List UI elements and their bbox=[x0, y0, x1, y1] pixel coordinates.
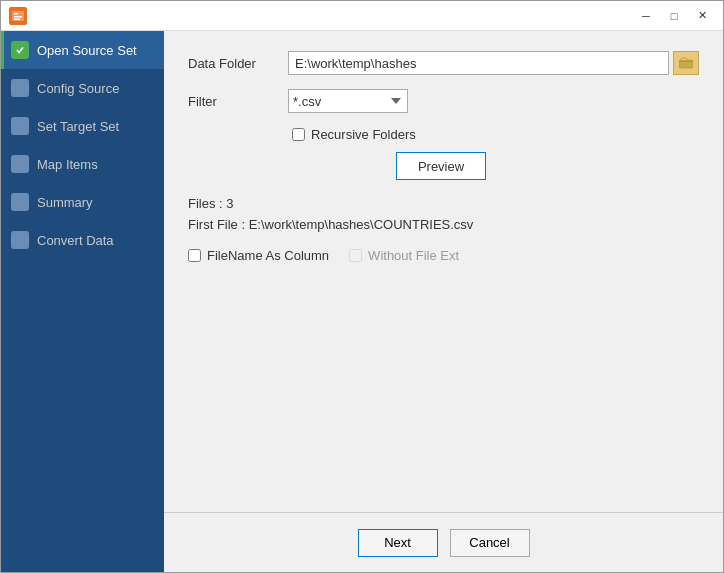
recursive-folders-row: Recursive Folders bbox=[292, 127, 699, 142]
svg-rect-1 bbox=[14, 13, 18, 15]
data-folder-row: Data Folder bbox=[188, 51, 699, 75]
step-indicator-4 bbox=[11, 155, 29, 173]
preview-btn-wrapper: Preview bbox=[292, 152, 699, 180]
without-file-ext-checkbox[interactable] bbox=[349, 249, 362, 262]
sidebar-item-label: Map Items bbox=[37, 157, 98, 172]
svg-rect-3 bbox=[14, 18, 20, 20]
step-indicator-2 bbox=[11, 79, 29, 97]
main-window: ─ □ ✕ Open Source Set Config Source bbox=[0, 0, 724, 573]
without-file-ext-item: Without File Ext bbox=[349, 248, 459, 263]
step-indicator-6 bbox=[11, 231, 29, 249]
recursive-folders-checkbox[interactable] bbox=[292, 128, 305, 141]
sidebar-item-map-items[interactable]: Map Items bbox=[1, 145, 164, 183]
sidebar-item-label: Open Source Set bbox=[37, 43, 137, 58]
sidebar-item-label: Set Target Set bbox=[37, 119, 119, 134]
filter-row: Filter *.csv *.txt *.tsv *.* bbox=[188, 89, 699, 113]
filter-label: Filter bbox=[188, 94, 288, 109]
filename-as-column-checkbox[interactable] bbox=[188, 249, 201, 262]
filename-as-column-label[interactable]: FileName As Column bbox=[207, 248, 329, 263]
step-indicator-5 bbox=[11, 193, 29, 211]
svg-rect-2 bbox=[14, 16, 22, 18]
browse-button[interactable] bbox=[673, 51, 699, 75]
sidebar-item-label: Summary bbox=[37, 195, 93, 210]
main-panel: Data Folder Filter bbox=[164, 31, 723, 572]
svg-rect-4 bbox=[679, 60, 693, 68]
sidebar: Open Source Set Config Source Set Target… bbox=[1, 31, 164, 572]
data-folder-control bbox=[288, 51, 699, 75]
sidebar-item-summary[interactable]: Summary bbox=[1, 183, 164, 221]
files-count: Files : 3 bbox=[188, 196, 699, 211]
sidebar-item-label: Config Source bbox=[37, 81, 119, 96]
sidebar-item-open-source-set[interactable]: Open Source Set bbox=[1, 31, 164, 69]
maximize-button[interactable]: □ bbox=[661, 6, 687, 26]
filter-control: *.csv *.txt *.tsv *.* bbox=[288, 89, 699, 113]
recursive-folders-label[interactable]: Recursive Folders bbox=[311, 127, 416, 142]
sidebar-item-label: Convert Data bbox=[37, 233, 114, 248]
bottom-bar: Next Cancel bbox=[164, 512, 723, 572]
first-file: First File : E:\work\temp\hashes\COUNTRI… bbox=[188, 217, 699, 232]
next-button[interactable]: Next bbox=[358, 529, 438, 557]
data-folder-label: Data Folder bbox=[188, 56, 288, 71]
close-button[interactable]: ✕ bbox=[689, 6, 715, 26]
filter-select[interactable]: *.csv *.txt *.tsv *.* bbox=[288, 89, 408, 113]
without-file-ext-label: Without File Ext bbox=[368, 248, 459, 263]
filename-as-column-item: FileName As Column bbox=[188, 248, 329, 263]
content-area: Open Source Set Config Source Set Target… bbox=[1, 31, 723, 572]
app-icon bbox=[9, 7, 27, 25]
title-bar: ─ □ ✕ bbox=[1, 1, 723, 31]
title-bar-left bbox=[9, 7, 27, 25]
sidebar-item-config-source[interactable]: Config Source bbox=[1, 69, 164, 107]
checkbox-pair: FileName As Column Without File Ext bbox=[188, 248, 699, 263]
sidebar-item-set-target-set[interactable]: Set Target Set bbox=[1, 107, 164, 145]
sidebar-item-convert-data[interactable]: Convert Data bbox=[1, 221, 164, 259]
step-indicator-1 bbox=[11, 41, 29, 59]
preview-button[interactable]: Preview bbox=[396, 152, 486, 180]
data-folder-input[interactable] bbox=[288, 51, 669, 75]
form-area: Data Folder Filter bbox=[164, 31, 723, 512]
title-bar-controls: ─ □ ✕ bbox=[633, 6, 715, 26]
step-indicator-3 bbox=[11, 117, 29, 135]
cancel-button[interactable]: Cancel bbox=[450, 529, 530, 557]
minimize-button[interactable]: ─ bbox=[633, 6, 659, 26]
